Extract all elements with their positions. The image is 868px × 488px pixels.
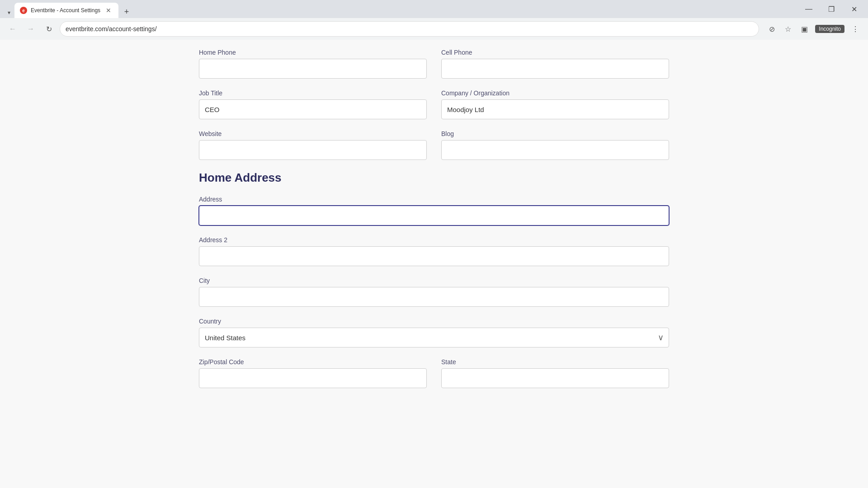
active-tab[interactable]: e Eventbrite - Account Settings ✕ <box>14 3 118 18</box>
tab-title: Eventbrite - Account Settings <box>31 7 100 14</box>
company-field: Company / Organization <box>441 89 669 119</box>
forward-button[interactable]: → <box>24 22 38 36</box>
home-phone-input[interactable] <box>199 59 427 79</box>
zip-state-row: Zip/Postal Code State <box>199 358 669 388</box>
company-label: Company / Organization <box>441 89 669 97</box>
cell-phone-input[interactable] <box>441 59 669 79</box>
country-label: Country <box>199 318 669 325</box>
address-field: Address <box>199 196 669 225</box>
address-bar[interactable]: eventbrite.com/account-settings/ <box>60 21 759 37</box>
city-label: City <box>199 277 669 284</box>
state-input[interactable] <box>441 368 669 388</box>
account-settings-form: Home Phone Cell Phone Job Title Company … <box>199 49 669 388</box>
page-content: Home Phone Cell Phone Job Title Company … <box>0 40 868 488</box>
toolbar-icons: ⊘ ☆ ▣ <box>764 22 811 36</box>
address-input[interactable] <box>199 206 669 225</box>
home-phone-field: Home Phone <box>199 49 427 79</box>
job-title-input[interactable] <box>199 99 427 119</box>
city-row: City <box>199 277 669 307</box>
country-select-wrapper: United States United Kingdom Canada Aust… <box>199 328 669 347</box>
back-button[interactable]: ← <box>5 22 20 36</box>
state-label: State <box>441 358 669 366</box>
zip-label: Zip/Postal Code <box>199 358 427 366</box>
website-label: Website <box>199 130 427 137</box>
city-field: City <box>199 277 669 307</box>
reload-button[interactable]: ↻ <box>42 22 56 36</box>
browser-window: ▾ e Eventbrite - Account Settings ✕ + — … <box>0 0 868 40</box>
address-row: Address <box>199 196 669 225</box>
tab-favicon: e <box>20 7 27 14</box>
country-field: Country United States United Kingdom Can… <box>199 318 669 347</box>
url-text: eventbrite.com/account-settings/ <box>66 25 753 33</box>
job-company-row: Job Title Company / Organization <box>199 89 669 119</box>
job-title-field: Job Title <box>199 89 427 119</box>
sidebar-icon: ▣ <box>801 25 808 33</box>
back-icon: ← <box>9 25 16 33</box>
reload-icon: ↻ <box>46 25 52 33</box>
website-blog-row: Website Blog <box>199 130 669 160</box>
star-icon: ☆ <box>785 25 791 33</box>
state-field: State <box>441 358 669 388</box>
phone-row: Home Phone Cell Phone <box>199 49 669 79</box>
cell-phone-label: Cell Phone <box>441 49 669 56</box>
zip-input[interactable] <box>199 368 427 388</box>
tab-dropdown-button[interactable]: ▾ <box>4 7 14 18</box>
city-input[interactable] <box>199 287 669 307</box>
sidebar-button[interactable]: ▣ <box>797 22 811 36</box>
new-tab-button[interactable]: + <box>120 5 133 18</box>
minimize-button[interactable]: — <box>798 1 819 17</box>
country-row: Country United States United Kingdom Can… <box>199 318 669 347</box>
bookmark-button[interactable]: ☆ <box>781 22 795 36</box>
window-controls: — ❐ ✕ <box>798 1 864 17</box>
maximize-button[interactable]: ❐ <box>821 1 842 17</box>
home-phone-label: Home Phone <box>199 49 427 56</box>
hide-icon: ⊘ <box>769 25 775 33</box>
blog-label: Blog <box>441 130 669 137</box>
forward-icon: → <box>27 25 34 33</box>
page-scroll: Home Phone Cell Phone Job Title Company … <box>163 40 705 488</box>
incognito-badge: Incognito <box>815 25 844 33</box>
home-address-heading: Home Address <box>199 171 669 185</box>
more-options-button[interactable]: ⋮ <box>848 22 863 36</box>
blog-field: Blog <box>441 130 669 160</box>
address2-row: Address 2 <box>199 236 669 266</box>
tab-strip: ▾ e Eventbrite - Account Settings ✕ + <box>4 0 133 18</box>
address2-field: Address 2 <box>199 236 669 266</box>
job-title-label: Job Title <box>199 89 427 97</box>
address-label: Address <box>199 196 669 203</box>
cell-phone-field: Cell Phone <box>441 49 669 79</box>
browser-titlebar: ▾ e Eventbrite - Account Settings ✕ + — … <box>0 0 868 18</box>
zip-field: Zip/Postal Code <box>199 358 427 388</box>
company-input[interactable] <box>441 99 669 119</box>
website-field: Website <box>199 130 427 160</box>
browser-toolbar: ← → ↻ eventbrite.com/account-settings/ ⊘… <box>0 18 868 40</box>
address2-input[interactable] <box>199 246 669 266</box>
close-button[interactable]: ✕ <box>844 1 864 17</box>
website-input[interactable] <box>199 140 427 160</box>
blog-input[interactable] <box>441 140 669 160</box>
country-select[interactable]: United States United Kingdom Canada Aust… <box>199 328 669 347</box>
address2-label: Address 2 <box>199 236 669 244</box>
hide-toolbar-button[interactable]: ⊘ <box>764 22 779 36</box>
tab-close-button[interactable]: ✕ <box>104 6 113 15</box>
